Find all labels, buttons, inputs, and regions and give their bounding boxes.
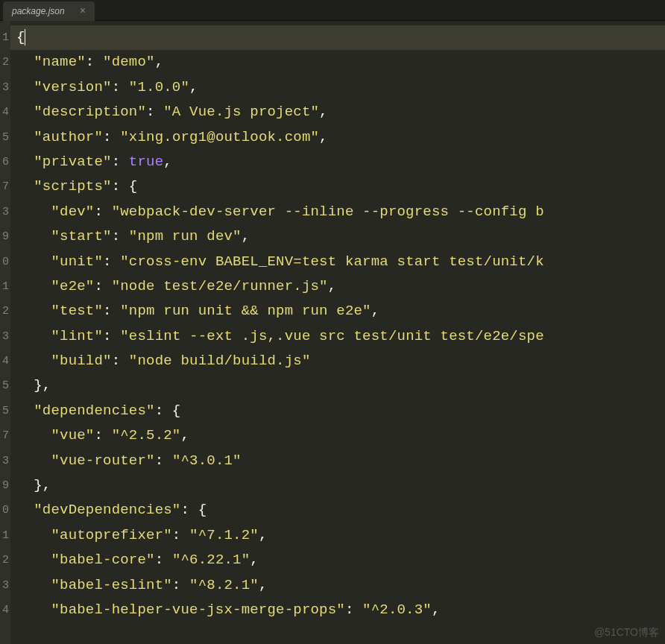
code-line[interactable]: "autoprefixer": "^7.1.2", <box>16 523 665 548</box>
token-punct: : <box>146 104 163 120</box>
token-punct <box>16 427 51 443</box>
token-punct: , <box>155 54 164 70</box>
code-line[interactable]: "description": "A Vue.js project", <box>16 100 665 124</box>
token-punct <box>16 527 51 543</box>
line-number: 5 <box>0 399 10 423</box>
code-line[interactable]: { <box>10 25 665 50</box>
token-string: "eslint --ext .js,.vue src test/unit tes… <box>120 328 544 344</box>
line-number: 6 <box>0 150 10 174</box>
token-string: "^6.22.1" <box>172 552 250 568</box>
line-number: 5 <box>0 373 10 398</box>
token-key: "autoprefixer" <box>51 527 171 543</box>
code-line[interactable]: "name": "demo", <box>16 50 665 75</box>
token-punct: , <box>189 79 198 95</box>
token-key: "babel-helper-vue-jsx-merge-props" <box>51 602 344 618</box>
token-punct: : <box>112 154 129 170</box>
token-key: "babel-core" <box>51 552 154 568</box>
line-number: 3 <box>0 75 10 100</box>
code-line[interactable]: "vue": "^2.5.2", <box>16 423 665 448</box>
code-line[interactable]: "babel-helper-vue-jsx-merge-props": "^2.… <box>16 598 665 622</box>
code-area[interactable]: { "name": "demo", "version": "1.0.0", "d… <box>10 21 665 644</box>
token-key: "name" <box>34 54 86 70</box>
token-punct <box>16 577 51 593</box>
token-punct: , <box>250 552 259 568</box>
line-number: 3 <box>0 324 10 349</box>
line-number: 7 <box>0 174 10 199</box>
token-punct: , <box>180 427 189 443</box>
token-punct: , <box>163 154 172 170</box>
token-key: "lint" <box>51 328 103 344</box>
code-line[interactable]: "dependencies": { <box>16 399 665 423</box>
code-line[interactable]: "dev": "webpack-dev-server --inline --pr… <box>16 200 665 224</box>
line-number: 1 <box>0 523 10 548</box>
token-punct: : <box>112 228 129 244</box>
token-string: "webpack-dev-server --inline --progress … <box>112 203 544 220</box>
token-key: "private" <box>34 154 111 170</box>
line-number: 4 <box>0 349 10 373</box>
code-line[interactable]: "build": "node build/build.js" <box>16 349 665 373</box>
token-key: "start" <box>51 228 111 244</box>
token-punct: : <box>103 129 120 145</box>
token-string: "npm run unit && npm run e2e" <box>120 303 371 319</box>
watermark: @51CTO博客 <box>594 626 659 640</box>
code-line[interactable]: "private": true, <box>16 150 665 174</box>
code-line[interactable]: "e2e": "node test/e2e/runner.js", <box>16 274 665 299</box>
token-key: "unit" <box>51 253 103 270</box>
code-line[interactable]: "babel-eslint": "^8.2.1", <box>16 573 665 598</box>
code-line[interactable]: "lint": "eslint --ext .js,.vue src test/… <box>16 324 665 349</box>
tab-bar: package.json × <box>0 0 665 21</box>
token-punct: : <box>94 427 111 443</box>
code-line[interactable]: "test": "npm run unit && npm run e2e", <box>16 299 665 323</box>
line-number: 3 <box>0 449 10 473</box>
line-number: 4 <box>0 100 10 124</box>
line-number: 5 <box>0 125 10 150</box>
code-line[interactable]: "babel-core": "^6.22.1", <box>16 548 665 572</box>
token-bool: true <box>129 154 163 170</box>
token-string: "cross-env BABEL_ENV=test karma start te… <box>120 253 544 270</box>
token-punct: : <box>112 353 129 369</box>
code-line[interactable]: "version": "1.0.0", <box>16 75 665 100</box>
code-line[interactable]: "start": "npm run dev", <box>16 224 665 249</box>
close-icon[interactable]: × <box>80 6 86 16</box>
code-line[interactable]: "scripts": { <box>16 174 665 199</box>
token-punct: : <box>103 303 120 319</box>
token-string: "^7.1.2" <box>189 527 259 543</box>
token-punct <box>16 79 34 95</box>
token-string: "demo" <box>103 54 155 70</box>
line-number: 9 <box>0 473 10 498</box>
line-number: 4 <box>0 598 10 622</box>
code-line[interactable]: "vue-router": "^3.0.1" <box>16 449 665 473</box>
token-key: "dev" <box>51 203 94 220</box>
line-number: 3 <box>0 573 10 598</box>
token-string: "npm run dev" <box>129 228 242 244</box>
code-line[interactable]: "devDependencies": { <box>16 498 665 523</box>
token-punct: : <box>94 278 111 294</box>
token-punct: : <box>103 253 120 270</box>
token-key: "scripts" <box>34 178 111 195</box>
token-punct <box>16 54 34 70</box>
token-punct: : { <box>180 502 207 518</box>
code-line[interactable]: "author": "xing.org1@outlook.com", <box>16 125 665 150</box>
token-punct: : <box>155 552 172 568</box>
token-string: "node test/e2e/runner.js" <box>112 278 328 294</box>
token-punct: : { <box>112 178 138 195</box>
token-string: "node build/build.js" <box>129 353 311 369</box>
token-string: "xing.org1@outlook.com" <box>120 129 319 145</box>
line-number: 2 <box>0 548 10 572</box>
code-line[interactable]: }, <box>16 373 665 398</box>
code-line[interactable]: "unit": "cross-env BABEL_ENV=test karma … <box>16 250 665 274</box>
tab-package-json[interactable]: package.json × <box>3 1 95 21</box>
token-punct <box>16 328 51 344</box>
token-punct: , <box>328 278 337 294</box>
token-punct: : <box>103 328 120 344</box>
code-line[interactable]: }, <box>16 473 665 498</box>
token-punct <box>16 129 34 145</box>
token-key: "babel-eslint" <box>51 577 171 593</box>
line-number: 0 <box>0 250 10 274</box>
token-key: "e2e" <box>51 278 94 294</box>
token-punct: : <box>172 527 189 543</box>
token-key: "dependencies" <box>34 402 154 419</box>
token-punct: }, <box>16 377 51 394</box>
token-punct: , <box>319 104 328 120</box>
line-number: 0 <box>0 498 10 523</box>
